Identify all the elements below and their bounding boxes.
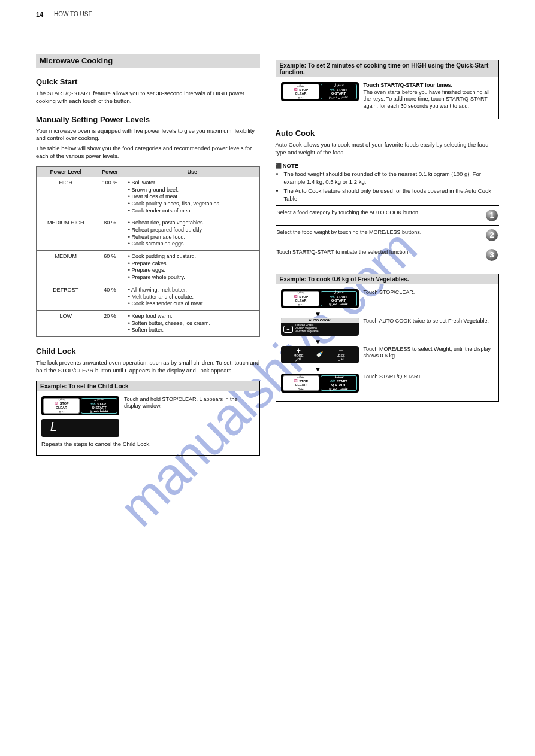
auto-cook-menu: 1.Baked Potato 2.Fresh Vegetable 3.Froze… xyxy=(295,324,319,333)
cell-use: • All thawing, melt butter.• Melt butter… xyxy=(125,284,259,310)
note-list: The food weight should be rounded off to… xyxy=(276,171,500,202)
example-head-qs: Example: To set 2 minutes of cooking tim… xyxy=(276,60,499,77)
th-use: Use xyxy=(125,166,259,177)
table-row: MEDIUM60 %• Cook pudding and custard.• P… xyxy=(37,251,260,284)
ex-ac-step-3: Touch MORE/LESS to select Weight, until … xyxy=(364,346,494,360)
cell-power: 60 % xyxy=(95,251,125,284)
cell-power: 80 % xyxy=(95,217,125,251)
power-level-table: Power Level Power Use HIGH100 %• Boil wa… xyxy=(36,166,260,337)
start-qstart-button[interactable]: تشغيل ⋘ START Q-START تشغيل سريع xyxy=(81,398,117,414)
arrow-down-icon xyxy=(281,339,494,345)
page-number: 14 xyxy=(36,11,43,18)
cell-use: • Keep food warm.• Soften butter, cheese… xyxy=(125,310,259,336)
ex-ac-step-1: Touch STOP/CLEAR. xyxy=(364,289,494,296)
table-row: HIGH100 %• Boil water.• Brown ground bee… xyxy=(37,177,260,217)
auto-cook-panel-head: AUTO COOK xyxy=(281,318,359,323)
text-auto-cook: Auto Cook allows you to cook most of you… xyxy=(276,141,500,157)
stop-clear-button[interactable]: إيقاف ⦻ STOP CLEAR مسح xyxy=(283,375,319,391)
table-row: LOW20 %• Keep food warm.• Soften butter,… xyxy=(37,310,260,336)
ex-qs-body: The oven starts before you have finished… xyxy=(364,89,490,109)
heading-child-lock: Child Lock xyxy=(36,347,260,356)
note-heading: NOTE xyxy=(276,162,299,169)
display-lock: L xyxy=(41,419,119,437)
bottle-icon: 🍼 xyxy=(314,351,325,357)
cell-use: • Cook pudding and custard.• Prepare cak… xyxy=(125,251,259,284)
example-step-text: Touch and hold STOP/CLEAR. L appears in … xyxy=(124,396,255,410)
table-row: DEFROST40 %• All thawing, melt butter.• … xyxy=(37,284,260,310)
cell-level: HIGH xyxy=(37,177,95,217)
th-power: Power xyxy=(95,166,125,177)
text-power-levels-2: The table below will show you the food c… xyxy=(36,145,260,160)
start-qstart-button[interactable]: تشغيل ⋘ START Q-START تشغيل سريع xyxy=(321,84,357,99)
heading-power-levels: Manually Setting Power Levels xyxy=(36,115,260,124)
step-badge-3: 3 xyxy=(486,249,498,261)
th-level: Power Level xyxy=(37,166,95,177)
cell-use: • Boil water.• Brown ground beef.• Heat … xyxy=(125,177,259,217)
dish-icon: ☁ xyxy=(283,326,293,333)
section-bar-microwave: Microwave Cooking xyxy=(36,54,260,68)
stop-start-buttons: إيقاف ⦻ STOP CLEAR مسح تشغيل ⋘ START Q-S… xyxy=(41,396,119,415)
stop-clear-button[interactable]: إيقاف ⦻ STOP CLEAR مسح xyxy=(283,84,319,99)
more-ar: أكثر xyxy=(283,357,315,361)
cell-power: 20 % xyxy=(95,310,125,336)
cell-power: 100 % xyxy=(95,177,125,217)
arrow-down-icon xyxy=(281,367,494,373)
less-ar: أقل xyxy=(325,357,356,361)
stop-clear-button[interactable]: إيقاف ⦻ STOP CLEAR مسح xyxy=(43,398,80,414)
example-quick-start: Example: To set 2 minutes of cooking tim… xyxy=(276,60,500,119)
step-list: Select a food category by touching the A… xyxy=(276,205,500,265)
heading-auto-cook: Auto Cook xyxy=(276,129,500,138)
step-badge-2: 2 xyxy=(486,229,498,241)
note-item: The food weight should be rounded off to… xyxy=(284,171,500,186)
example-note-line: Repeats the steps to cancel the Child Lo… xyxy=(41,441,255,448)
note-item: The Auto Cook feature should only be use… xyxy=(284,187,500,203)
cell-power: 40 % xyxy=(95,284,125,310)
example-child-lock: Example: To set the Child Lock إيقاف ⦻ S… xyxy=(36,381,260,456)
arrow-down-icon xyxy=(281,312,494,318)
stop-start-buttons: إيقاف ⦻ STOP CLEAR مسح تشغيل ⋘ START Q-S… xyxy=(281,289,359,308)
breadcrumb: HOW TO USE xyxy=(54,11,92,17)
table-row: MEDIUM HIGH80 %• Reheat rice, pasta vege… xyxy=(37,217,260,251)
example-head-child-lock: Example: To set the Child Lock xyxy=(37,381,259,391)
text-power-levels-1: Your microwave oven is equipped with fiv… xyxy=(36,127,260,143)
cell-level: LOW xyxy=(37,310,95,336)
step-text-3: Touch START/Q-START to initiate the sele… xyxy=(277,249,482,256)
heading-quick-start: Quick Start xyxy=(36,77,260,86)
stop-start-buttons: إيقاف ⦻ STOP CLEAR مسح تشغيل ⋘ START Q-S… xyxy=(281,82,359,101)
stop-start-buttons: إيقاف ⦻ STOP CLEAR مسح تشغيل ⋘ START Q-S… xyxy=(281,374,359,393)
auto-cook-panel: AUTO COOK ☁ 1.Baked Potato 2.Fresh Veget… xyxy=(281,318,359,336)
ex-ac-step-2: Touch AUTO COOK twice to select Fresh Ve… xyxy=(364,318,494,325)
start-qstart-button[interactable]: تشغيل ⋘ START Q-START تشغيل سريع xyxy=(321,291,357,306)
start-qstart-button[interactable]: تشغيل ⋘ START Q-START تشغيل سريع xyxy=(321,375,357,391)
example-auto-cook: Example: To cook 0.6 kg of Fresh Vegetab… xyxy=(276,274,500,402)
ex-ac-step-4: Touch START/Q-START. xyxy=(364,374,494,381)
cell-level: MEDIUM xyxy=(37,251,95,284)
more-less-panel: + MORE أكثر 🍼 − LESS أقل xyxy=(281,346,359,364)
cell-level: MEDIUM HIGH xyxy=(37,217,95,251)
example-head-ac: Example: To cook 0.6 kg of Fresh Vegetab… xyxy=(276,274,499,284)
plus-icon: + xyxy=(283,348,315,354)
cell-use: • Reheat rice, pasta vegetables.• Reheat… xyxy=(125,217,259,251)
stop-clear-button[interactable]: إيقاف ⦻ STOP CLEAR مسح xyxy=(283,291,319,306)
cell-level: DEFROST xyxy=(37,284,95,310)
ex-qs-title: Touch START/Q-START four times. xyxy=(364,82,494,89)
minus-icon: − xyxy=(325,348,356,354)
step-badge-1: 1 xyxy=(486,210,498,221)
step-text-2: Select the food weight by touching the M… xyxy=(277,229,482,236)
step-text-1: Select a food category by touching the A… xyxy=(277,210,482,217)
text-child-lock: The lock prevents unwanted oven operatio… xyxy=(36,359,260,375)
text-quick-start: The START/Q-START feature allows you to … xyxy=(36,90,260,105)
